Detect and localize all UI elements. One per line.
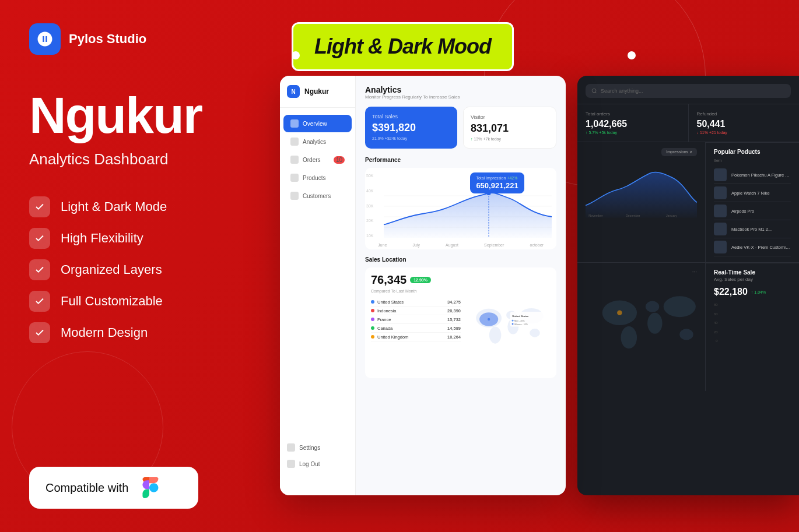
country-row-ca: Canada 14,589 [371, 324, 461, 333]
product-img-3 [714, 205, 727, 217]
dark-refunded-trend: ↓ 11% +21 today [697, 131, 791, 135]
chart-y-labels: 50K 40K 30K 20K 10K [365, 174, 373, 238]
ca-dot [371, 326, 374, 330]
sales-location-title: Sales Location [365, 256, 556, 263]
realtime-title: Real-Time Sale [714, 269, 791, 276]
country-row-id: Indonesia 20,390 [371, 306, 461, 315]
sidebar-logo: N Ngukur [280, 85, 355, 108]
orders-icon [290, 156, 299, 164]
compatible-box: Compatible with [29, 467, 198, 509]
feature-check-icon-5 [29, 322, 50, 343]
settings-area: Settings Log Out [280, 439, 356, 472]
sidebar-orders-label: Orders [303, 157, 321, 163]
performance-chart: 50K 40K 30K 20K 10K [365, 168, 556, 249]
sales-sub: Compared To Last Month [371, 289, 551, 293]
feature-check-icon-2 [29, 228, 50, 249]
settings-item[interactable]: Settings [287, 439, 349, 456]
y-axis: 80 60 40 20 0 [714, 303, 718, 343]
dark-search[interactable]: Search anything... [586, 84, 791, 98]
feature-label-design: Modern Design [61, 325, 148, 340]
product-row-4: Macbook Pro M1 2... [714, 220, 791, 238]
realtime-section: Real-Time Sale Avg. Sales per day $22,18… [706, 263, 799, 391]
sidebar-item-customers[interactable]: Customers [283, 187, 352, 205]
uk-dot [371, 335, 374, 339]
impressions-section: Impressions ∨ November [577, 142, 706, 262]
sidebar-logo-letter: N [291, 89, 295, 95]
world-map-svg: United States Men - 45% Woman - 55% [465, 298, 551, 351]
sidebar-logo-icon: N [287, 85, 300, 98]
settings-label: Settings [299, 445, 320, 451]
svg-point-31 [617, 311, 622, 315]
visitor-card: Visitor 831,071 ↑ 13% +7k today [463, 107, 556, 149]
id-dot [371, 309, 374, 312]
svg-point-26 [621, 326, 637, 348]
product-name-1: Pokemon Pikachu A Figure Pokemon [731, 172, 791, 178]
dark-orders-value: 1,042,665 [586, 119, 680, 129]
product-img-2 [714, 186, 727, 199]
dark-map-svg [586, 279, 697, 372]
product-row-3: Airpods Pro [714, 202, 791, 220]
hero-title: Ngukur [29, 90, 239, 141]
dark-middle-section: Impressions ∨ November [577, 142, 799, 263]
dark-stats-row: Total orders 1,042,665 ↑ 5.7% +5k today … [577, 104, 799, 142]
country-list: United States 34,275 Indonesia 20,390 Fr… [371, 298, 461, 351]
visitor-label: Visitor [471, 114, 549, 120]
sidebar-overview-label: Overview [303, 121, 327, 127]
dark-refunded-label: Refunded [697, 111, 791, 117]
sidebar-customers-label: Customers [303, 193, 331, 199]
feature-item-design: Modern Design [29, 322, 239, 343]
dark-orders-trend: ↑ 5.7% +5k today [586, 131, 680, 135]
svg-text:January: January [666, 214, 677, 217]
world-map: United States Men - 45% Woman - 55% [465, 298, 551, 351]
realtime-value-row: $22,180 ↑ 1.04% [714, 287, 791, 297]
compatible-label: Compatible with [45, 481, 128, 495]
product-name-2: Apple Watch 7 Nike [731, 191, 791, 196]
impressions-svg: November December January [586, 161, 697, 219]
chart-tooltip: Total Impression +42% 650,921,221 [470, 172, 524, 193]
page-title: Analytics [365, 85, 556, 94]
realtime-value: $22,180 [714, 287, 748, 297]
total-sales-label: Total Sales [372, 114, 450, 119]
sidebar-item-overview[interactable]: Overview [283, 115, 352, 132]
feature-item-light-dark: Light & Dark Mode [29, 196, 239, 217]
product-img-5 [714, 241, 727, 253]
badge-connector-left [292, 51, 300, 59]
settings-icon [287, 443, 295, 452]
brand-name: Pylos Studio [69, 31, 146, 47]
sales-badge: 12.90% [410, 277, 431, 283]
overview-icon [290, 119, 299, 128]
svg-point-29 [664, 296, 696, 317]
sidebar-analytics-label: Analytics [303, 139, 326, 145]
sales-content: United States 34,275 Indonesia 20,390 Fr… [371, 298, 551, 351]
svg-line-21 [595, 92, 597, 93]
country-row-us: United States 34,275 [371, 298, 461, 306]
logout-item[interactable]: Log Out [287, 456, 349, 472]
impressions-dropdown[interactable]: Impressions ∨ [661, 148, 697, 156]
feature-item-layers: Organized Layers [29, 259, 239, 280]
orders-badge: 10 [334, 156, 345, 164]
total-sales-card: Total Sales $391,820 21.9% +$24k today [365, 107, 457, 149]
sidebar-item-orders[interactable]: Orders 10 [283, 151, 352, 168]
logout-icon [287, 460, 295, 468]
sidebar-item-analytics[interactable]: Analytics [283, 133, 352, 150]
total-sales-trend: 21.9% +$24k today [372, 136, 450, 140]
total-sales-value: $391,820 [372, 122, 450, 134]
svg-point-18 [512, 323, 514, 325]
sidebar-products-label: Products [303, 175, 325, 181]
svg-point-12 [530, 329, 540, 337]
figma-icon [139, 477, 160, 498]
products-header: Item [714, 158, 791, 163]
stats-row: Total Sales $391,820 21.9% +$24k today V… [365, 107, 556, 149]
dark-dashboard: Search anything... Total orders 1,042,66… [577, 76, 799, 495]
feature-check-icon-4 [29, 291, 50, 312]
sidebar-app-name: Ngukur [304, 87, 329, 96]
product-name-5: Aedie VK-X - Prem Customisable Wire... [731, 245, 791, 250]
light-dashboard: N Ngukur Overview Analytics Orders 10 Pr… [280, 76, 566, 495]
hero-subtitle: Analytics Dashboard [29, 150, 239, 168]
logout-label: Log Out [299, 461, 320, 467]
impressions-chart: November December January [586, 161, 697, 219]
svg-point-13 [488, 318, 490, 320]
sidebar: N Ngukur Overview Analytics Orders 10 Pr… [280, 76, 356, 495]
sidebar-item-products[interactable]: Products [283, 169, 352, 186]
svg-text:United States: United States [512, 315, 529, 318]
